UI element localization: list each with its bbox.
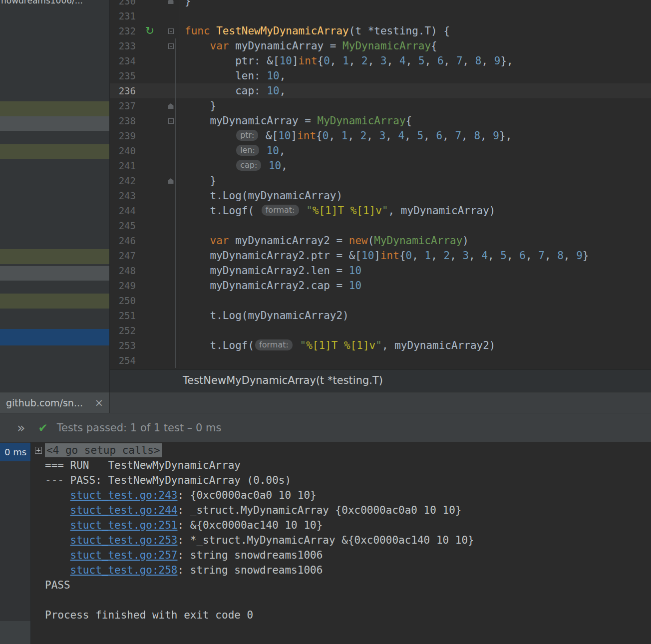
code-line[interactable]: 247 myDynamicArray2.ptr = &[10]int{0, 1,…	[110, 248, 651, 263]
line-number[interactable]: 250	[110, 293, 138, 308]
console-lines: === RUN TestNewMyDynamicArray--- PASS: T…	[31, 458, 651, 623]
code-line[interactable]: 245	[110, 218, 651, 233]
line-number[interactable]: 240	[110, 143, 138, 158]
gutter-icon-column	[138, 278, 162, 293]
project-tree-row[interactable]	[0, 116, 109, 131]
code-line[interactable]: 238 myDynamicArray = MyDynamicArray{	[110, 113, 651, 128]
code-line[interactable]: 239 ptr: &[10]int{0, 1, 2, 3, 4, 5, 6, 7…	[110, 128, 651, 143]
code-line[interactable]: 236 cap: 10,	[110, 83, 651, 98]
line-number[interactable]: 242	[110, 173, 138, 188]
fold-collapse-icon[interactable]	[168, 118, 174, 124]
project-tree-row[interactable]	[0, 101, 109, 116]
line-number[interactable]: 236	[110, 83, 138, 98]
console-folded-text[interactable]: <4 go setup calls>	[45, 443, 162, 457]
code-text: myDynamicArray2.len = 10	[180, 263, 651, 278]
line-number[interactable]: 243	[110, 188, 138, 203]
line-number[interactable]: 232	[110, 23, 138, 38]
code-line[interactable]: 237 }	[110, 98, 651, 113]
project-tree-row[interactable]	[0, 329, 109, 345]
fold-column	[162, 353, 180, 368]
line-number[interactable]: 230	[110, 0, 138, 8]
line-number[interactable]: 241	[110, 158, 138, 173]
test-console[interactable]: <4 go setup calls> === RUN TestNewMyDyna…	[31, 442, 651, 644]
line-number[interactable]: 237	[110, 98, 138, 113]
code-editor[interactable]: 230}231232↻func TestNewMyDynamicArray(t …	[110, 0, 651, 369]
line-number[interactable]: 244	[110, 203, 138, 218]
line-number[interactable]: 251	[110, 308, 138, 323]
line-number[interactable]: 248	[110, 263, 138, 278]
line-number[interactable]: 234	[110, 53, 138, 68]
project-tree-row[interactable]	[0, 249, 109, 264]
code-line[interactable]: 249 myDynamicArray2.cap = 10	[110, 278, 651, 293]
console-line: stuct_test.go:258: string snowdreams1006	[31, 563, 651, 578]
fold-column	[162, 218, 180, 233]
fold-guide-line	[175, 38, 176, 368]
console-file-link[interactable]: stuct_test.go:258	[70, 564, 178, 576]
chevrons-icon[interactable]: »	[17, 420, 25, 435]
project-tree-row[interactable]	[0, 294, 109, 309]
code-line[interactable]: 235 len: 10,	[110, 68, 651, 83]
console-indent	[45, 564, 70, 576]
code-line[interactable]: 250	[110, 293, 651, 308]
console-file-link[interactable]: stuct_test.go:243	[70, 489, 178, 501]
code-line[interactable]: 242 }	[110, 173, 651, 188]
code-line[interactable]: 252	[110, 323, 651, 338]
code-line[interactable]: 243 t.Log(myDynamicArray)	[110, 188, 651, 203]
line-number[interactable]: 231	[110, 8, 138, 23]
code-line[interactable]: 251 t.Log(myDynamicArray2)	[110, 308, 651, 323]
code-line[interactable]: 230}	[110, 0, 651, 8]
code-line[interactable]: 244 t.Logf( format: "%[1]T %[1]v", myDyn…	[110, 203, 651, 218]
fold-end-icon[interactable]	[168, 103, 174, 109]
line-number[interactable]: 254	[110, 353, 138, 368]
code-line[interactable]: 241 cap: 10,	[110, 158, 651, 173]
gutter-icon-column	[138, 8, 162, 23]
fold-column	[162, 308, 180, 323]
test-duration-row[interactable]: 0 ms	[0, 443, 30, 461]
fold-collapse-icon[interactable]	[168, 28, 174, 34]
project-tree-item-fragment[interactable]: nowdreams1006/...	[1, 0, 83, 5]
gutter-icon-column	[138, 293, 162, 308]
code-text: cap: 10,	[180, 83, 651, 98]
fold-column	[162, 323, 180, 338]
line-number[interactable]: 245	[110, 218, 138, 233]
project-tree-row[interactable]	[0, 144, 109, 159]
line-number[interactable]: 246	[110, 233, 138, 248]
line-number[interactable]: 247	[110, 248, 138, 263]
line-number[interactable]: 253	[110, 338, 138, 353]
line-number[interactable]: 252	[110, 323, 138, 338]
line-number[interactable]: 249	[110, 278, 138, 293]
close-icon[interactable]: ×	[94, 397, 103, 409]
expand-plus-icon[interactable]	[35, 447, 42, 454]
console-file-link[interactable]: stuct_test.go:257	[70, 549, 178, 561]
code-line[interactable]: 246 var myDynamicArray2 = new(MyDynamicA…	[110, 233, 651, 248]
line-number[interactable]: 238	[110, 113, 138, 128]
breadcrumb-context[interactable]: TestNewMyDynamicArray(t *testing.T)	[183, 374, 383, 386]
code-line[interactable]: 253 t.Logf(format: "%[1]T %[1]v", myDyna…	[110, 338, 651, 353]
console-file-link[interactable]: stuct_test.go:244	[70, 504, 178, 516]
code-line[interactable]: 231	[110, 8, 651, 23]
project-tree-row[interactable]	[0, 266, 109, 281]
fold-end-icon[interactable]	[168, 178, 174, 184]
code-line[interactable]: 254	[110, 353, 651, 368]
code-text: t.Logf(format: "%[1]T %[1]v", myDynamicA…	[180, 338, 651, 353]
console-file-link[interactable]: stuct_test.go:251	[70, 519, 178, 531]
code-line[interactable]: 233 var myDynamicArray = MyDynamicArray{	[110, 38, 651, 53]
console-indent	[45, 549, 70, 561]
console-file-link[interactable]: stuct_test.go:253	[70, 534, 178, 546]
code-line[interactable]: 240 len: 10,	[110, 143, 651, 158]
code-text: t.Logf( format: "%[1]T %[1]v", myDynamic…	[180, 203, 651, 218]
code-line[interactable]: 232↻func TestNewMyDynamicArray(t *testin…	[110, 23, 651, 38]
project-panel[interactable]: nowdreams1006/...	[0, 0, 110, 392]
line-number[interactable]: 233	[110, 38, 138, 53]
code-text: myDynamicArray2.ptr = &[10]int{0, 1, 2, …	[180, 248, 651, 263]
console-fold-line: <4 go setup calls>	[31, 443, 651, 458]
line-number[interactable]: 235	[110, 68, 138, 83]
run-tool-window-tab[interactable]: github.com/sn... ×	[0, 392, 110, 413]
code-line[interactable]: 234 ptr: &[10]int{0, 1, 2, 3, 4, 5, 6, 7…	[110, 53, 651, 68]
fold-end-icon[interactable]	[168, 0, 174, 4]
fold-collapse-icon[interactable]	[168, 43, 174, 49]
run-test-icon[interactable]: ↻	[145, 24, 154, 37]
line-number[interactable]: 239	[110, 128, 138, 143]
code-line[interactable]: 248 myDynamicArray2.len = 10	[110, 263, 651, 278]
test-tree-panel[interactable]: 0 ms	[0, 442, 31, 644]
